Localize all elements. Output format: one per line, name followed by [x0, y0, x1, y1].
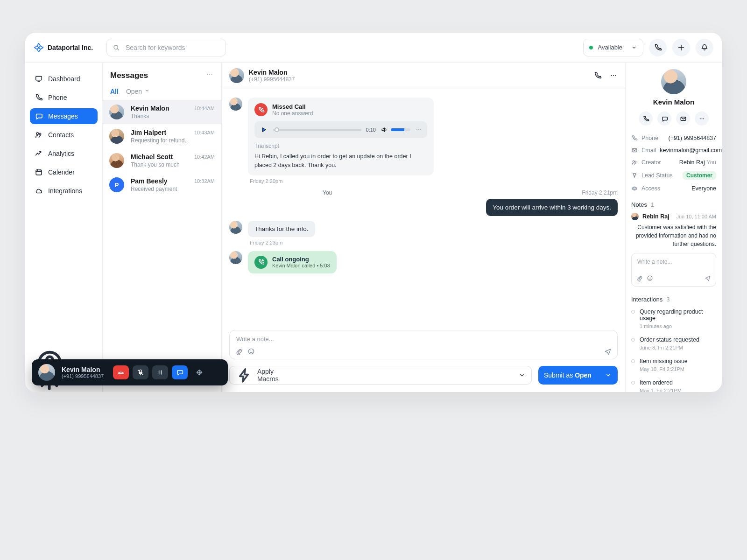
search-input[interactable] [106, 39, 226, 56]
thread-row[interactable]: P Pam Beesly Received payment 10:32AM [103, 173, 221, 197]
timeline-title: Query regarding product usage [640, 308, 716, 322]
drag-handle[interactable] [191, 365, 207, 379]
plus-icon [677, 43, 685, 52]
active-call-bar[interactable]: Kevin Malon (+91) 9995644837 [32, 359, 228, 385]
send-icon[interactable] [604, 348, 612, 355]
sidebar-item-dashboard[interactable]: Dashboard [30, 71, 98, 87]
hangup-button[interactable] [113, 365, 129, 379]
note-item: Rebin Raj Jun 10, 11:00 AM Customer was … [631, 213, 716, 248]
send-icon[interactable] [705, 275, 711, 281]
add-button[interactable] [672, 39, 690, 56]
contact-call-button[interactable] [639, 112, 653, 126]
submit-button[interactable]: Submit as Open [538, 366, 618, 385]
field-creator: Creator Rebin RajYou [631, 159, 716, 166]
submit-status: Open [575, 371, 592, 379]
emoji-icon[interactable] [247, 348, 255, 355]
status-dot-icon [589, 46, 593, 49]
hold-button[interactable] [152, 365, 168, 379]
message-in: Missed Call No one answerd 0:10 [229, 98, 618, 175]
timestamp: Friday 2:20pm [250, 178, 618, 184]
message-list-title: Messages [110, 71, 148, 80]
tab-open[interactable]: Open [126, 87, 150, 95]
timeline-item[interactable]: Order status requestedJune 8, Fri 2:21PM [631, 336, 716, 350]
thread-name: Kevin Malon [131, 105, 190, 112]
dial-button[interactable] [649, 39, 667, 56]
timeline-item[interactable]: Item orderedMay 1, Fri 2:21PM [631, 379, 716, 392]
search-field[interactable] [125, 43, 220, 52]
volume-icon [381, 126, 388, 133]
timeline-dot-icon [631, 381, 635, 385]
contact-more-button[interactable] [695, 112, 709, 126]
tab-open-label: Open [126, 88, 142, 95]
note-composer[interactable] [229, 330, 618, 359]
sidebar-item-label: Integrations [48, 187, 82, 195]
mail-icon [631, 147, 638, 154]
thread-row[interactable]: Michael Scott Thank you so much 10:42AM [103, 148, 221, 173]
brand-logo-icon [34, 42, 44, 53]
phone-icon [642, 115, 649, 122]
thread-row[interactable]: Kevin Malon Thanks 10:44AM [103, 100, 221, 124]
missed-call-card: Missed Call No one answerd 0:10 [248, 98, 434, 175]
audio-scrubber[interactable] [273, 129, 361, 131]
thread-row[interactable]: Jim Halpert Requesting for refund.. 10:4… [103, 124, 221, 148]
sidebar-nav: Dashboard Phone Messages Contacts [30, 71, 98, 199]
message-in: Thanks for the info. [229, 221, 618, 237]
contact-panel: Kevin Malon Phone (+91) 9995644837 Ema [626, 63, 722, 392]
transcript-text: Hi Rebin, I called you in order to get a… [254, 152, 427, 170]
field-value: Everyone [691, 185, 716, 192]
composer-input[interactable] [235, 335, 612, 343]
avatar [109, 153, 124, 168]
availability-select[interactable]: Available [583, 39, 643, 56]
emoji-icon[interactable] [647, 275, 653, 281]
avatar [229, 98, 242, 111]
phone-icon [631, 135, 638, 141]
notifications-button[interactable] [696, 39, 713, 56]
sidebar-item-integrations[interactable]: Integrations [30, 183, 98, 199]
audio-more-button[interactable] [415, 126, 423, 134]
conversation-col: Kevin Malon (+91) 9995644837 [222, 63, 626, 392]
volume-bar[interactable] [391, 128, 410, 131]
attach-icon[interactable] [636, 275, 643, 281]
sidebar-item-label: Dashboard [48, 75, 80, 83]
contact-email-button[interactable] [676, 112, 690, 126]
avatar [109, 105, 124, 119]
transcript-label: Transcript [254, 143, 427, 149]
workspace: Dashboard Phone Messages Contacts [25, 63, 722, 392]
sidebar-item-phone[interactable]: Phone [30, 90, 98, 105]
contact-chat-button[interactable] [657, 112, 671, 126]
field-value: (+91) 9995644837 [668, 135, 716, 141]
apply-macros-select[interactable]: Apply Macros [229, 366, 532, 385]
topbar: Dataportal Inc. Available [25, 33, 722, 63]
avatar [229, 68, 244, 83]
sidebar-item-analytics[interactable]: Analytics [30, 146, 98, 161]
timeline-dot-icon [631, 338, 635, 342]
tab-all[interactable]: All [110, 88, 119, 95]
avatar [38, 364, 55, 381]
thread-name: Jim Halpert [131, 129, 190, 136]
attach-icon[interactable] [235, 348, 243, 355]
timeline-item[interactable]: Query regarding product usage1 minutes a… [631, 308, 716, 329]
timeline-time: May 10, Fri 2:21PM [640, 366, 688, 372]
sidebar-item-messages[interactable]: Messages [30, 108, 98, 124]
message-list-options-button[interactable] [205, 70, 214, 81]
sidebar-item-calendar[interactable]: Calender [30, 164, 98, 180]
message-filter-tabs: All Open [103, 84, 221, 100]
volume-control[interactable] [381, 126, 410, 133]
chevron-down-icon [631, 44, 637, 51]
mic-off-icon [137, 369, 144, 376]
sidebar-item-contacts[interactable]: Contacts [30, 127, 98, 143]
note-composer-mini[interactable] [631, 253, 716, 287]
more-icon[interactable] [609, 71, 618, 80]
timeline-item[interactable]: Item missing issueMay 10, Fri 2:21PM [631, 358, 716, 372]
phone-icon[interactable] [593, 71, 602, 80]
open-chat-button[interactable] [172, 365, 188, 379]
mute-button[interactable] [133, 365, 148, 379]
eye-icon [631, 185, 638, 192]
chevron-down-icon [518, 371, 526, 379]
thread-time: 10:43AM [194, 129, 215, 135]
note-input-field[interactable] [636, 258, 711, 266]
dots-icon [698, 115, 705, 122]
play-button[interactable] [259, 125, 268, 134]
brand: Dataportal Inc. [25, 42, 103, 53]
chart-icon [35, 149, 43, 158]
